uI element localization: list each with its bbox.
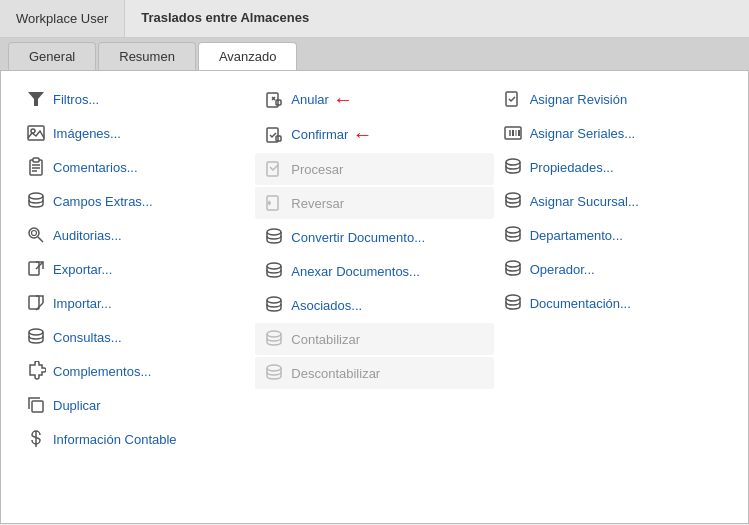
svg-point-28 bbox=[267, 263, 281, 269]
anular-label: Anular bbox=[291, 92, 329, 107]
filtros-label: Filtros... bbox=[53, 92, 99, 107]
svg-point-41 bbox=[506, 227, 520, 233]
title-bar: Workplace User Traslados entre Almacenes bbox=[0, 0, 749, 38]
consultas-label: Consultas... bbox=[53, 330, 122, 345]
duplicar-item[interactable]: Duplicar bbox=[17, 389, 255, 421]
dollar-icon bbox=[25, 428, 47, 450]
complementos-label: Complementos... bbox=[53, 364, 151, 379]
database-consultas-icon bbox=[25, 326, 47, 348]
asociados-item[interactable]: Asociados... bbox=[255, 289, 493, 321]
database-anexar-icon bbox=[263, 260, 285, 282]
anular-arrow: ← bbox=[333, 88, 353, 111]
auditorias-item[interactable]: Auditorias... bbox=[17, 219, 255, 251]
svg-point-39 bbox=[506, 159, 520, 165]
asignar-sucursal-label: Asignar Sucursal... bbox=[530, 194, 639, 209]
confirmar-label: Confirmar bbox=[291, 127, 348, 142]
contabilizar-label: Contabilizar bbox=[291, 332, 360, 347]
info-contable-item[interactable]: Información Contable bbox=[17, 423, 255, 455]
asociados-label: Asociados... bbox=[291, 298, 362, 313]
confirm-doc-icon bbox=[263, 124, 285, 146]
campos-extras-label: Campos Extras... bbox=[53, 194, 153, 209]
seriales-icon bbox=[502, 122, 524, 144]
audit-icon bbox=[25, 224, 47, 246]
imagenes-item[interactable]: Imágenes... bbox=[17, 117, 255, 149]
database-convertir-icon bbox=[263, 226, 285, 248]
filter-icon bbox=[25, 88, 47, 110]
auditorias-label: Auditorias... bbox=[53, 228, 122, 243]
database-sucursal-icon bbox=[502, 190, 524, 212]
exportar-item[interactable]: Exportar... bbox=[17, 253, 255, 285]
propiedades-item[interactable]: Propiedades... bbox=[494, 151, 732, 183]
propiedades-label: Propiedades... bbox=[530, 160, 614, 175]
convertir-label: Convertir Documento... bbox=[291, 230, 425, 245]
documentacion-item[interactable]: Documentación... bbox=[494, 287, 732, 319]
database-campos-icon bbox=[25, 190, 47, 212]
duplicate-icon bbox=[25, 394, 47, 416]
reverse-doc-icon bbox=[263, 192, 285, 214]
importar-item[interactable]: Importar... bbox=[17, 287, 255, 319]
consultas-item[interactable]: Consultas... bbox=[17, 321, 255, 353]
campos-extras-item[interactable]: Campos Extras... bbox=[17, 185, 255, 217]
departamento-item[interactable]: Departamento... bbox=[494, 219, 732, 251]
svg-point-16 bbox=[29, 329, 43, 335]
asignar-sucursal-item[interactable]: Asignar Sucursal... bbox=[494, 185, 732, 217]
exportar-label: Exportar... bbox=[53, 262, 112, 277]
svg-point-42 bbox=[506, 261, 520, 267]
asignar-seriales-item[interactable]: Asignar Seriales... bbox=[494, 117, 732, 149]
filtros-item[interactable]: Filtros... bbox=[17, 83, 255, 115]
svg-line-10 bbox=[38, 237, 43, 242]
descontabilizar-label: Descontabilizar bbox=[291, 366, 380, 381]
complementos-item[interactable]: Complementos... bbox=[17, 355, 255, 387]
operador-item[interactable]: Operador... bbox=[494, 253, 732, 285]
svg-point-31 bbox=[267, 365, 281, 371]
confirmar-item[interactable]: Confirmar ← bbox=[255, 118, 493, 151]
confirmar-arrow: ← bbox=[352, 123, 372, 146]
svg-point-9 bbox=[29, 228, 39, 238]
menu-col-1: Filtros... Imágenes... Comentarios... Ca… bbox=[17, 83, 255, 455]
svg-point-30 bbox=[267, 331, 281, 337]
svg-marker-0 bbox=[28, 92, 44, 106]
database-propiedades-icon bbox=[502, 156, 524, 178]
departamento-label: Departamento... bbox=[530, 228, 623, 243]
clipboard-icon bbox=[25, 156, 47, 178]
anular-item[interactable]: Anular ← bbox=[255, 83, 493, 116]
imagenes-label: Imágenes... bbox=[53, 126, 121, 141]
anexar-label: Anexar Documentos... bbox=[291, 264, 420, 279]
tab-avanzado[interactable]: Avanzado bbox=[198, 42, 298, 70]
main-content: Filtros... Imágenes... Comentarios... Ca… bbox=[0, 71, 749, 524]
database-documentacion-icon bbox=[502, 292, 524, 314]
app-name: Workplace User bbox=[0, 0, 125, 37]
revision-icon bbox=[502, 88, 524, 110]
descontabilizar-item: Descontabilizar bbox=[255, 357, 493, 389]
tab-general[interactable]: General bbox=[8, 42, 96, 70]
process-doc-icon bbox=[263, 158, 285, 180]
anexar-item[interactable]: Anexar Documentos... bbox=[255, 255, 493, 287]
procesar-item: Procesar bbox=[255, 153, 493, 185]
database-descontabilizar-icon bbox=[263, 362, 285, 384]
puzzle-icon bbox=[25, 360, 47, 382]
image-icon bbox=[25, 122, 47, 144]
operador-label: Operador... bbox=[530, 262, 595, 277]
info-contable-label: Información Contable bbox=[53, 432, 177, 447]
tab-resumen[interactable]: Resumen bbox=[98, 42, 196, 70]
menu-col-3: Asignar Revisión Asignar Seriales... Pro… bbox=[494, 83, 732, 455]
doc-name: Traslados entre Almacenes bbox=[125, 0, 325, 37]
svg-point-40 bbox=[506, 193, 520, 199]
importar-label: Importar... bbox=[53, 296, 112, 311]
svg-rect-14 bbox=[29, 296, 39, 309]
menu-col-2: Anular ← Confirmar ← Procesar bbox=[255, 83, 493, 455]
svg-point-8 bbox=[29, 193, 43, 199]
reversar-label: Reversar bbox=[291, 196, 344, 211]
comentarios-item[interactable]: Comentarios... bbox=[17, 151, 255, 183]
svg-rect-4 bbox=[33, 158, 39, 162]
documentacion-label: Documentación... bbox=[530, 296, 631, 311]
svg-point-27 bbox=[267, 229, 281, 235]
menu-grid: Filtros... Imágenes... Comentarios... Ca… bbox=[17, 83, 732, 455]
database-asociados-icon bbox=[263, 294, 285, 316]
asignar-revision-item[interactable]: Asignar Revisión bbox=[494, 83, 732, 115]
database-operador-icon bbox=[502, 258, 524, 280]
export-icon bbox=[25, 258, 47, 280]
reversar-item: Reversar bbox=[255, 187, 493, 219]
svg-point-11 bbox=[32, 231, 37, 236]
convertir-item[interactable]: Convertir Documento... bbox=[255, 221, 493, 253]
